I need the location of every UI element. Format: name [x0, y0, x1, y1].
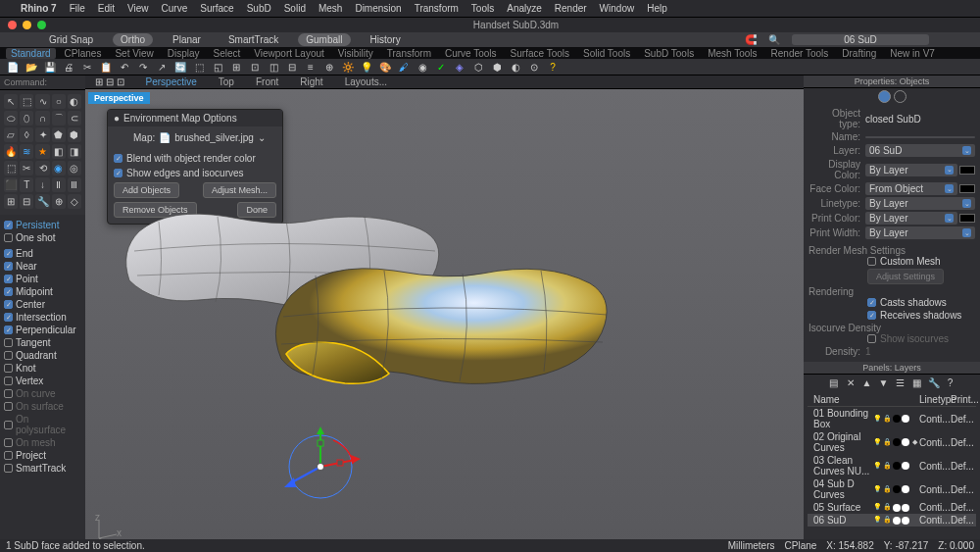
tool-icon[interactable]: 🔆 [341, 60, 355, 74]
menu-item[interactable]: Help [647, 3, 667, 14]
checkbox[interactable] [4, 402, 13, 411]
layer-tool-icon[interactable]: ✕ [844, 376, 858, 390]
tool-icon[interactable]: ◧ [52, 144, 66, 159]
open-icon[interactable]: 📂 [24, 60, 38, 74]
tab-item[interactable]: New in V7 [885, 48, 940, 59]
color-swatch[interactable] [959, 166, 975, 175]
tab-item[interactable]: Visibility [333, 48, 378, 59]
tool-icon[interactable]: ◨ [68, 144, 81, 159]
tool-icon[interactable]: ✂ [80, 60, 94, 74]
tool-icon[interactable]: ↓ [35, 177, 49, 192]
checkbox[interactable] [4, 376, 13, 385]
tool-icon[interactable]: ✓ [434, 60, 448, 74]
lock-icon[interactable]: 🔒 [883, 516, 892, 525]
material-swatch[interactable] [902, 485, 909, 493]
tab-item[interactable]: Render Tools [766, 48, 834, 59]
tool-icon[interactable]: ⊞ [229, 60, 243, 74]
tab-item[interactable]: Mesh Tools [703, 48, 761, 59]
model-gold-handset[interactable] [252, 226, 614, 413]
tool-icon[interactable]: ◫ [267, 60, 280, 74]
tab-item[interactable]: Set View [110, 48, 158, 59]
menu-item[interactable]: Render [555, 3, 587, 14]
color-swatch[interactable] [959, 214, 975, 223]
tool-icon[interactable]: ▱ [4, 127, 18, 142]
viewport-tabs[interactable]: ⊞ ⊟ ⊡ Perspective Top Front Right Layout… [85, 75, 804, 89]
layer-row[interactable]: 02 Original Curves💡🔒◆Conti...Def... [808, 430, 976, 454]
layer-row[interactable]: 01 Bounding Box💡🔒Conti...Def... [808, 407, 976, 430]
visibility-icon[interactable]: 💡 [873, 438, 882, 447]
tool-icon[interactable]: ○ [52, 94, 66, 109]
tool-icon[interactable]: ◐ [68, 94, 81, 109]
checkbox[interactable]: ✓ [867, 298, 876, 307]
layer-color-swatch[interactable] [893, 462, 901, 470]
menu-item[interactable]: View [127, 3, 149, 14]
menu-item[interactable]: Rhino 7 [21, 3, 57, 14]
layer-color-swatch[interactable] [893, 517, 901, 525]
checkbox[interactable] [4, 464, 13, 473]
checkbox[interactable] [4, 351, 13, 360]
name-input[interactable] [865, 136, 975, 138]
layer-color-swatch[interactable] [893, 504, 901, 512]
checkbox[interactable] [4, 421, 13, 429]
layer-tool-icon[interactable]: ☰ [894, 376, 907, 390]
color-swatch[interactable] [959, 184, 975, 193]
tool-icon[interactable]: ⬚ [192, 60, 206, 74]
tool-icon[interactable]: ⟲ [35, 161, 49, 176]
checkbox[interactable] [4, 233, 13, 242]
viewport-tab[interactable]: Perspective [136, 76, 207, 87]
tab-item[interactable]: Viewport Layout [249, 48, 329, 59]
face-color-dropdown[interactable]: From Object⌄ [865, 182, 957, 195]
layer-tool-icon[interactable]: ▼ [877, 376, 891, 390]
tool-icon[interactable]: ⊟ [285, 60, 299, 74]
tool-icon[interactable]: ⬯ [20, 111, 33, 125]
checkbox[interactable] [4, 438, 13, 447]
lock-icon[interactable]: 🔒 [883, 438, 892, 447]
material-swatch[interactable] [902, 415, 909, 423]
checkbox[interactable]: ✓ [4, 275, 13, 283]
checkbox[interactable]: ✓ [4, 326, 13, 334]
tool-icon[interactable]: ◊ [20, 127, 33, 142]
properties-panel-header[interactable]: Properties: Objects [804, 75, 980, 88]
planar-toggle[interactable]: Planar [165, 33, 209, 46]
tool-icon[interactable]: ⬚ [4, 161, 18, 176]
layer-row[interactable]: 06 SuD💡🔒Conti...Def... [808, 514, 976, 527]
density-value[interactable]: 1 [865, 346, 871, 357]
viewport-tab[interactable]: Top [209, 76, 244, 87]
layer-dropdown[interactable]: 06 SuD⌄ [865, 144, 975, 157]
checkbox[interactable] [867, 257, 876, 266]
print-width-dropdown[interactable]: By Layer⌄ [865, 226, 975, 239]
layer-tool-icon[interactable]: ▦ [910, 376, 924, 390]
display-color-dropdown[interactable]: By Layer⌄ [865, 164, 957, 176]
print-icon[interactable]: 🖨 [62, 60, 75, 74]
tab-standard[interactable]: Standard [6, 48, 56, 59]
tool-icon[interactable]: 🔧 [35, 194, 49, 209]
visibility-icon[interactable]: 💡 [873, 415, 882, 424]
status-units[interactable]: Millimeters [728, 540, 775, 551]
visibility-icon[interactable]: 💡 [873, 516, 882, 525]
menu-item[interactable]: Analyze [507, 3, 542, 14]
current-layer-dropdown[interactable]: 06 SuD [792, 34, 929, 45]
checkbox[interactable] [4, 389, 13, 398]
lock-icon[interactable]: 🔒 [883, 462, 892, 471]
menu-item[interactable]: File [70, 3, 85, 14]
tool-icon[interactable]: ◱ [211, 60, 224, 74]
tool-icon[interactable]: ◎ [68, 161, 81, 176]
undo-icon[interactable]: ↶ [118, 60, 131, 74]
layer-color-swatch[interactable] [893, 415, 901, 423]
layers-panel-header[interactable]: Panels: Layers [804, 362, 980, 375]
tool-icon[interactable]: Ⅱ [52, 177, 66, 192]
tool-icon[interactable]: Ⅲ [68, 177, 81, 192]
layer-color-swatch[interactable] [893, 438, 901, 446]
tool-icon[interactable]: 🖌 [397, 60, 411, 74]
viewport-tab[interactable]: Layouts... [335, 76, 397, 87]
checkbox[interactable]: ✓ [867, 311, 876, 320]
toolbar-tabs[interactable]: Standard CPlanes Set View Display Select… [0, 47, 980, 59]
history-toggle[interactable]: History [363, 33, 409, 46]
layer-tool-icon[interactable]: 🔧 [927, 376, 941, 390]
checkbox[interactable]: ✓ [4, 300, 13, 309]
tool-icon[interactable]: ⬭ [4, 111, 18, 125]
gumball-widget[interactable] [276, 423, 365, 511]
visibility-icon[interactable]: 💡 [873, 485, 882, 494]
visibility-icon[interactable]: 💡 [873, 462, 882, 471]
menu-item[interactable]: Transform [415, 3, 459, 14]
